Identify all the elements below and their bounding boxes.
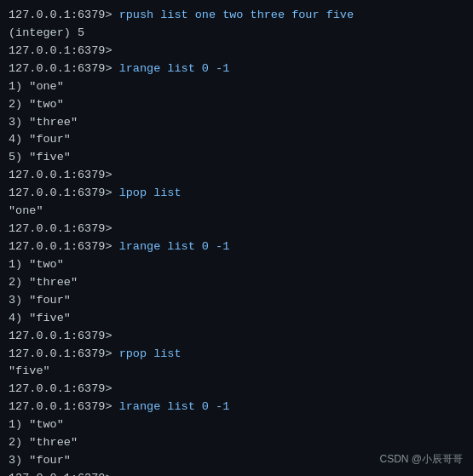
watermark: CSDN @小辰哥哥 <box>379 451 463 467</box>
line-16: 2) "three" <box>9 274 464 292</box>
line-9: 5) "five" <box>9 149 464 167</box>
line-18: 4) "five" <box>9 310 464 328</box>
line-1: 127.0.0.1:6379> rpush list one two three… <box>9 7 464 25</box>
line-4: 127.0.0.1:6379> lrange list 0 -1 <box>9 60 464 78</box>
prompt-11: 127.0.0.1:6379> <box>9 186 119 199</box>
line-27: 127.0.0.1:6379> <box>9 470 464 476</box>
cmd-23: lrange list 0 -1 <box>119 400 230 413</box>
line-15: 1) "two" <box>9 256 464 274</box>
cmd-20: rpop list <box>119 347 182 360</box>
line-2: (integer) 5 <box>9 25 464 43</box>
line-3: 127.0.0.1:6379> <box>9 43 464 60</box>
line-24: 1) "two" <box>9 416 464 434</box>
line-13: 127.0.0.1:6379> <box>9 221 464 238</box>
line-25: 2) "three" <box>9 434 464 452</box>
line-22: 127.0.0.1:6379> <box>9 381 464 399</box>
prompt-14: 127.0.0.1:6379> <box>9 240 119 253</box>
line-8: 4) "four" <box>9 131 464 149</box>
line-10: 127.0.0.1:6379> <box>9 167 464 185</box>
cmd-11: lpop list <box>119 186 182 199</box>
prompt-4: 127.0.0.1:6379> <box>9 62 119 75</box>
cmd-14: lrange list 0 -1 <box>119 240 230 253</box>
cmd-1: rpush list one two three four five <box>119 9 354 21</box>
line-5: 1) "one" <box>9 78 464 96</box>
prompt-1: 127.0.0.1:6379> <box>9 9 119 21</box>
line-6: 2) "two" <box>9 96 464 114</box>
prompt-20: 127.0.0.1:6379> <box>9 347 119 360</box>
line-7: 3) "three" <box>9 114 464 132</box>
line-17: 3) "four" <box>9 292 464 310</box>
line-14: 127.0.0.1:6379> lrange list 0 -1 <box>9 238 464 256</box>
line-11: 127.0.0.1:6379> lpop list <box>9 185 464 203</box>
prompt-23: 127.0.0.1:6379> <box>9 400 119 413</box>
terminal-window: 127.0.0.1:6379> rpush list one two three… <box>0 0 473 476</box>
terminal-output: 127.0.0.1:6379> rpush list one two three… <box>9 7 464 476</box>
line-23: 127.0.0.1:6379> lrange list 0 -1 <box>9 399 464 416</box>
line-21: "five" <box>9 363 464 381</box>
line-20: 127.0.0.1:6379> rpop list <box>9 346 464 364</box>
line-12: "one" <box>9 203 464 221</box>
line-19: 127.0.0.1:6379> <box>9 328 464 346</box>
cmd-4: lrange list 0 -1 <box>119 62 230 75</box>
